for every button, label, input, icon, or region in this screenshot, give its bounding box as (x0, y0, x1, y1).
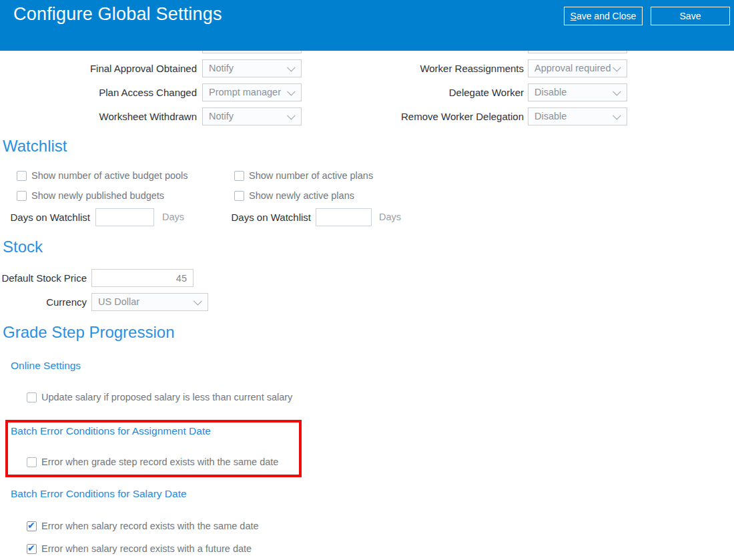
checkbox-show-newly-published-budgets[interactable]: Show newly published budgets (17, 190, 164, 201)
chevron-down-icon (613, 87, 621, 96)
days-suffix: Days (379, 208, 401, 226)
worker-reassignments-label: Worker Reassignments (300, 59, 524, 77)
final-approval-obtained-select[interactable]: Notify (202, 59, 302, 77)
plan-access-changed-select[interactable]: Prompt manager (202, 83, 302, 101)
days-on-watchlist-plans-label: Days on Watchlist (220, 208, 311, 226)
currency-label: Currency (0, 293, 87, 311)
checkbox-error-grade-step-same-date[interactable]: Error when grade step record exists with… (27, 457, 278, 467)
remove-worker-delegation-select[interactable]: Disable (528, 107, 627, 125)
default-stock-price-label: Default Stock Price (0, 269, 87, 287)
chevron-down-icon (194, 297, 202, 306)
days-on-watchlist-plans-input[interactable] (316, 208, 372, 226)
batch-error-assignment-date-heading: Batch Error Conditions for Assignment Da… (11, 425, 211, 437)
worksheet-withdrawn-label: Worksheet Withdrawn (0, 107, 197, 125)
checkbox[interactable] (17, 191, 27, 201)
checkbox[interactable] (234, 171, 244, 181)
save-button[interactable]: Save (651, 7, 730, 25)
currency-select[interactable]: US Dollar (91, 293, 208, 311)
checkbox-show-number-active-budget-pools[interactable]: Show number of active budget pools (17, 170, 188, 181)
checkbox[interactable] (17, 171, 27, 181)
checkbox[interactable] (27, 544, 37, 554)
checkbox-show-number-active-plans[interactable]: Show number of active plans (234, 170, 373, 181)
checkbox[interactable] (27, 392, 37, 402)
checkbox-error-salary-same-date[interactable]: Error when salary record exists with the… (27, 521, 259, 531)
checkbox[interactable] (27, 521, 37, 531)
watchlist-heading: Watchlist (3, 137, 67, 156)
chevron-down-icon (287, 111, 296, 120)
days-on-watchlist-budget-input[interactable] (95, 208, 154, 226)
chevron-down-icon (613, 111, 621, 120)
checkbox-error-salary-future-date[interactable]: Error when salary record exists with a f… (27, 543, 252, 554)
online-settings-heading: Online Settings (11, 360, 81, 372)
chevron-down-icon (287, 87, 296, 96)
worker-reassignments-select[interactable]: Approval required (528, 59, 627, 77)
plan-access-changed-label: Plan Access Changed (0, 83, 197, 101)
page-header: Configure Global Settings Save and Close… (0, 0, 734, 51)
remove-worker-delegation-label: Remove Worker Delegation (300, 107, 524, 125)
checkbox[interactable] (234, 191, 244, 201)
save-and-close-button[interactable]: Save and Close (564, 7, 643, 25)
checkbox-update-salary-if-less[interactable]: Update salary if proposed salary is less… (27, 392, 292, 402)
final-approval-obtained-label: Final Approval Obtained (0, 59, 197, 77)
checkbox-show-newly-active-plans[interactable]: Show newly active plans (234, 190, 354, 201)
stock-heading: Stock (3, 238, 43, 256)
batch-error-salary-date-heading: Batch Error Conditions for Salary Date (11, 488, 187, 500)
delegate-worker-select[interactable]: Disable (528, 83, 627, 101)
worksheet-withdrawn-select[interactable]: Notify (202, 107, 302, 125)
grade-step-progression-heading: Grade Step Progression (3, 323, 174, 342)
chevron-down-icon (613, 63, 621, 72)
days-suffix: Days (162, 208, 184, 226)
chevron-down-icon (287, 63, 296, 72)
checkbox[interactable] (27, 457, 37, 467)
days-on-watchlist-budget-label: Days on Watchlist (0, 208, 90, 226)
page-title: Configure Global Settings (13, 4, 222, 25)
delegate-worker-label: Delegate Worker (300, 83, 524, 101)
default-stock-price-input[interactable] (91, 269, 194, 287)
